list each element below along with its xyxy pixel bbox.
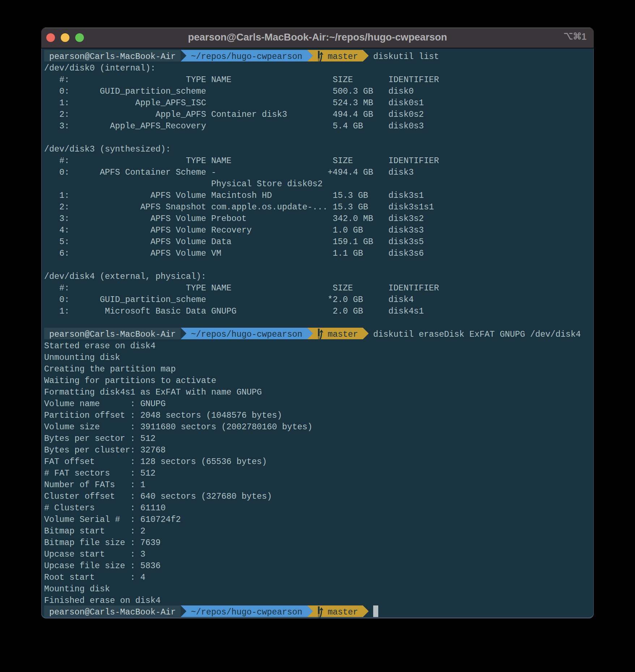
svg-text:1: 1	[581, 32, 587, 41]
